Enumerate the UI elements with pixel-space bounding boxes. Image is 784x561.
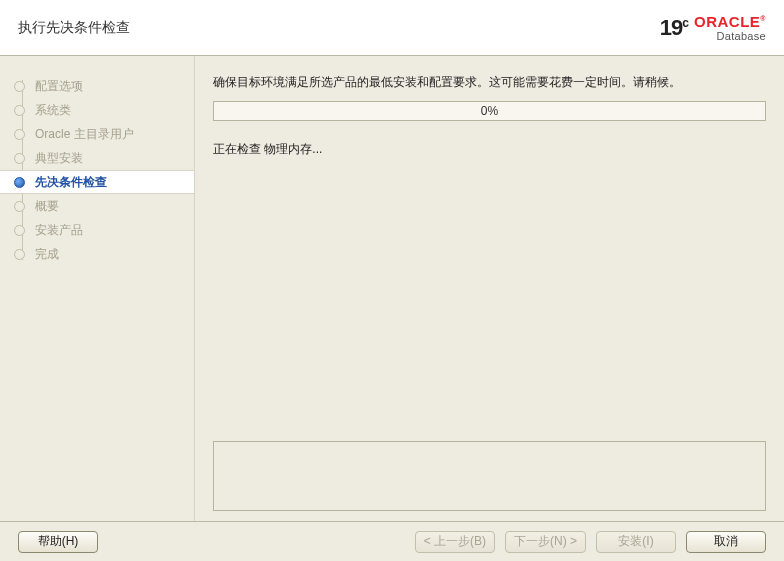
next-button[interactable]: 下一步(N) >: [505, 531, 586, 553]
brand-version-sup: c: [682, 15, 688, 29]
sidebar-item-label: Oracle 主目录用户: [35, 126, 134, 143]
main-panel: 确保目标环境满足所选产品的最低安装和配置要求。这可能需要花费一定时间。请稍候。 …: [195, 56, 784, 521]
body: 配置选项 系统类 Oracle 主目录用户 典型安装 先决条件检查 概要 安装产…: [0, 56, 784, 521]
sidebar-item-label: 完成: [35, 246, 59, 263]
progress-bar: 0%: [213, 101, 766, 121]
sidebar-item-label: 概要: [35, 198, 59, 215]
brand-version-num: 19: [660, 15, 682, 40]
sidebar-item-label: 典型安装: [35, 150, 83, 167]
step-dot-icon: [14, 105, 25, 116]
brand-logo: 19c ORACLE® Database: [660, 14, 766, 42]
sidebar: 配置选项 系统类 Oracle 主目录用户 典型安装 先决条件检查 概要 安装产…: [0, 56, 195, 521]
step-dot-icon: [14, 153, 25, 164]
sidebar-item-oracle-home-user: Oracle 主目录用户: [0, 122, 194, 146]
step-dot-icon: [14, 225, 25, 236]
check-status-text: 正在检查 物理内存...: [213, 141, 766, 158]
sidebar-item-typical-install: 典型安装: [0, 146, 194, 170]
sidebar-item-label: 安装产品: [35, 222, 83, 239]
spacer: [213, 158, 766, 437]
step-dot-active-icon: [14, 177, 25, 188]
install-button[interactable]: 安装(I): [596, 531, 676, 553]
sidebar-item-finish: 完成: [0, 242, 194, 266]
sidebar-item-label: 配置选项: [35, 78, 83, 95]
sidebar-item-label: 先决条件检查: [35, 174, 107, 191]
back-button[interactable]: < 上一步(B): [415, 531, 495, 553]
sidebar-item-label: 系统类: [35, 102, 71, 119]
brand-text: ORACLE® Database: [694, 14, 766, 42]
brand-version: 19c: [660, 15, 688, 41]
sidebar-item-config-option: 配置选项: [0, 74, 194, 98]
sidebar-item-system-class: 系统类: [0, 98, 194, 122]
sidebar-item-install-product: 安装产品: [0, 218, 194, 242]
step-dot-icon: [14, 249, 25, 260]
cancel-button[interactable]: 取消: [686, 531, 766, 553]
brand-oracle: ORACLE®: [694, 14, 766, 29]
step-dot-icon: [14, 129, 25, 140]
status-text: 确保目标环境满足所选产品的最低安装和配置要求。这可能需要花费一定时间。请稍候。: [213, 74, 766, 91]
progress-label: 0%: [481, 104, 498, 118]
header: 执行先决条件检查 19c ORACLE® Database: [0, 0, 784, 56]
sidebar-item-summary: 概要: [0, 194, 194, 218]
brand-oracle-name: ORACLE: [694, 13, 760, 30]
footer: 帮助(H) < 上一步(B) 下一步(N) > 安装(I) 取消: [0, 521, 784, 561]
brand-product: Database: [694, 31, 766, 42]
page-title: 执行先决条件检查: [18, 19, 130, 37]
step-dot-icon: [14, 201, 25, 212]
step-dot-icon: [14, 81, 25, 92]
help-button[interactable]: 帮助(H): [18, 531, 98, 553]
brand-reg-icon: ®: [760, 15, 766, 22]
log-output-box: [213, 441, 766, 511]
sidebar-item-prereq-check: 先决条件检查: [0, 170, 194, 194]
